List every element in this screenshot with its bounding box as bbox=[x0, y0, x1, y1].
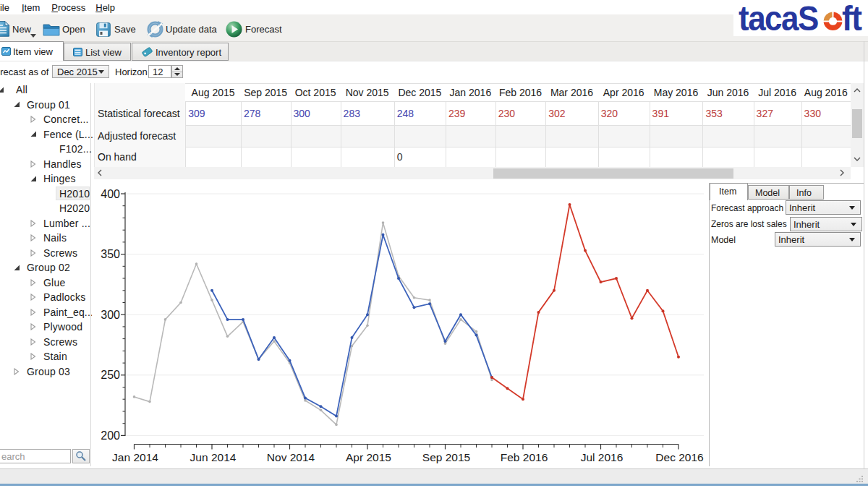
svg-text:Dec 2016: Dec 2016 bbox=[655, 451, 703, 463]
svg-text:Jan 2014: Jan 2014 bbox=[112, 451, 158, 463]
svg-text:400: 400 bbox=[101, 188, 120, 200]
svg-text:Sep 2015: Sep 2015 bbox=[422, 451, 470, 463]
svg-text:300: 300 bbox=[101, 309, 120, 321]
svg-text:Jun 2014: Jun 2014 bbox=[190, 451, 237, 463]
svg-text:Apr 2015: Apr 2015 bbox=[346, 451, 391, 463]
svg-text:Jul 2016: Jul 2016 bbox=[581, 451, 624, 463]
svg-text:Nov 2014: Nov 2014 bbox=[267, 451, 315, 463]
svg-text:Feb 2016: Feb 2016 bbox=[501, 451, 548, 463]
svg-text:200: 200 bbox=[101, 429, 120, 442]
svg-text:350: 350 bbox=[101, 248, 120, 260]
svg-text:250: 250 bbox=[101, 369, 120, 381]
